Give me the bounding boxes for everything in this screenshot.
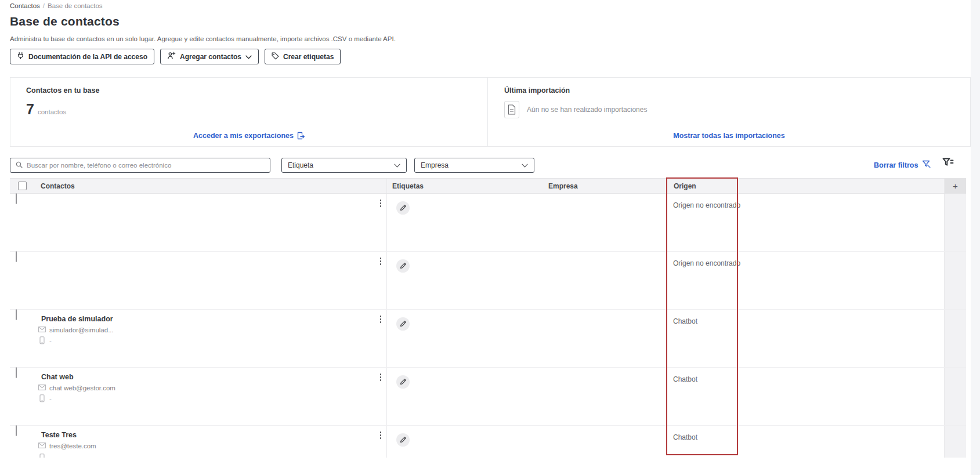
export-icon	[294, 132, 305, 140]
table-row: Teste Tres tres@teste.com Chatbot	[10, 426, 966, 458]
clear-filters-button[interactable]: Borrar filtros	[874, 160, 931, 170]
contacts-card-title: Contactos en tu base	[26, 86, 99, 95]
row-menu-icon[interactable]	[379, 256, 383, 266]
select-all-checkbox[interactable]	[18, 182, 27, 190]
column-header-origin: Origen	[666, 179, 945, 193]
origin-value: Chatbot	[666, 368, 944, 383]
chevron-down-icon	[522, 161, 528, 169]
company-filter-select[interactable]: Empresa	[414, 158, 534, 173]
contact-name: Teste Tres	[41, 431, 77, 439]
summary-panel: Contactos en tu base 7 contactos Acceder…	[10, 77, 971, 147]
show-imports-link[interactable]: Mostrar todas las importaciones	[488, 132, 970, 140]
pencil-icon	[400, 319, 407, 329]
phone-icon	[38, 336, 46, 346]
edit-tags-button[interactable]	[396, 201, 410, 215]
breadcrumb-separator: /	[43, 2, 45, 9]
column-header-contacts: Contactos	[35, 179, 387, 193]
filter-clear-icon	[922, 160, 931, 170]
create-tags-button[interactable]: Crear etiquetas	[265, 49, 341, 64]
chevron-down-icon	[245, 53, 252, 61]
page-title: Base de contactos	[10, 14, 120, 28]
add-column-button[interactable]: +	[945, 179, 966, 193]
contact-name: Chat web	[41, 373, 74, 381]
origin-value: Origen no encontrado	[666, 194, 944, 209]
table-header-row: Contactos Etiquetas Empresa Origen +	[10, 178, 966, 194]
phone-icon	[38, 454, 46, 458]
edit-tags-button[interactable]	[396, 433, 410, 447]
breadcrumb: Contactos / Base de contactos	[10, 2, 103, 9]
mail-icon	[38, 385, 46, 391]
tag-filter-label: Etiqueta	[288, 161, 313, 169]
search-icon	[16, 160, 23, 171]
api-docs-button[interactable]: Documentación de la API de acceso	[10, 49, 154, 64]
row-checkbox[interactable]	[16, 309, 17, 320]
row-checkbox[interactable]	[16, 251, 17, 262]
page-right-margin	[971, 0, 980, 475]
contact-phone: -	[49, 338, 52, 345]
contacts-page: Contactos / Base de contactos Base de co…	[0, 0, 980, 475]
column-header-tags: Etiquetas	[387, 179, 545, 193]
add-contacts-button[interactable]: Agregar contactos	[160, 49, 259, 64]
row-checkbox[interactable]	[16, 193, 17, 204]
origin-value: Origen no encontrado	[666, 252, 944, 267]
contacts-count-label: contactos	[38, 108, 66, 115]
pencil-icon	[400, 203, 407, 213]
row-menu-icon[interactable]	[379, 430, 383, 440]
table-row: Origen no encontrado	[10, 252, 966, 310]
import-empty-message: Aún no se han realizado importaciones	[527, 106, 647, 114]
contact-name: Prueba de simulador	[41, 315, 113, 323]
table-row: Prueba de simulador simulador@simulad...…	[10, 310, 966, 368]
edit-tags-button[interactable]	[396, 375, 410, 389]
tag-icon	[272, 52, 279, 61]
mail-icon	[38, 327, 46, 333]
search-box	[10, 158, 270, 173]
edit-tags-button[interactable]	[396, 317, 410, 331]
column-header-company: Empresa	[545, 179, 666, 193]
table-row: Chat web chat web@gestor.com - Chatbot	[10, 368, 966, 426]
tag-filter-select[interactable]: Etiqueta	[281, 158, 407, 173]
origin-value: Chatbot	[666, 426, 944, 441]
contact-phone: -	[49, 396, 52, 403]
add-contacts-button-label: Agregar contactos	[180, 53, 241, 61]
company-filter-label: Empresa	[421, 161, 449, 169]
import-card-title: Última importación	[504, 86, 570, 95]
toolbar: Documentación de la API de acceso Agrega…	[10, 49, 341, 64]
filter-settings-icon[interactable]	[942, 158, 954, 170]
contacts-table: Contactos Etiquetas Empresa Origen + Ori…	[10, 178, 966, 458]
exports-link-label: Acceder a mis exportaciones	[193, 132, 294, 140]
pencil-icon	[400, 435, 407, 445]
api-docs-button-label: Documentación de la API de acceso	[28, 53, 147, 61]
breadcrumb-contactos[interactable]: Contactos	[10, 2, 40, 9]
breadcrumb-base-de-contactos: Base de contactos	[48, 2, 103, 9]
show-imports-link-label: Mostrar todas las importaciones	[673, 132, 784, 140]
chevron-down-icon	[394, 161, 400, 169]
origin-value: Chatbot	[666, 310, 944, 325]
contact-email: tres@teste.com	[49, 443, 96, 449]
contact-email: simulador@simulad...	[49, 327, 114, 333]
page-subtitle: Administra tu base de contactos en un so…	[10, 35, 396, 42]
last-import-card: Última importación Aún no se han realiza…	[488, 78, 970, 146]
document-icon	[504, 101, 519, 118]
row-checkbox[interactable]	[16, 367, 17, 378]
contact-email: chat web@gestor.com	[49, 385, 115, 391]
contacts-summary-card: Contactos en tu base 7 contactos Acceder…	[10, 78, 488, 146]
contacts-count-number: 7	[26, 101, 34, 118]
row-menu-icon[interactable]	[379, 198, 383, 208]
table-row: Origen no encontrado	[10, 194, 966, 252]
mail-icon	[38, 443, 46, 449]
import-empty-state: Aún no se han realizado importaciones	[504, 101, 647, 118]
pencil-icon	[400, 377, 407, 387]
exports-link[interactable]: Acceder a mis exportaciones	[10, 132, 487, 140]
clear-filters-label: Borrar filtros	[874, 161, 918, 169]
contacts-count: 7 contactos	[26, 101, 66, 118]
row-checkbox[interactable]	[16, 425, 17, 436]
phone-icon	[38, 394, 46, 404]
person-add-icon	[167, 52, 176, 61]
plug-icon	[17, 52, 24, 61]
create-tags-button-label: Crear etiquetas	[283, 53, 334, 61]
search-input[interactable]	[27, 162, 265, 169]
row-menu-icon[interactable]	[379, 372, 383, 382]
edit-tags-button[interactable]	[396, 259, 410, 273]
row-menu-icon[interactable]	[379, 314, 383, 324]
pencil-icon	[400, 261, 407, 271]
